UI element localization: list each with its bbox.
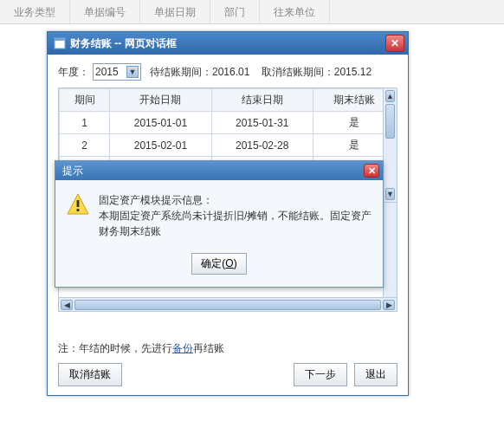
vertical-scrollbar-lower[interactable] [383, 203, 397, 297]
close-icon: ✕ [391, 37, 399, 49]
year-label: 年度： [58, 65, 89, 80]
scroll-thumb[interactable] [385, 104, 395, 139]
exit-button[interactable]: 退出 [354, 363, 397, 386]
dialog-titlebar: 财务结账 -- 网页对话框 ✕ [48, 32, 408, 55]
background-column-header: 业务类型 单据编号 单据日期 部门 往来单位 [0, 0, 504, 24]
col-start: 开始日期 [110, 89, 211, 112]
dialog-close-button[interactable]: ✕ [385, 35, 404, 52]
backup-link[interactable]: 备份 [172, 342, 193, 354]
alert-titlebar: 提示 ✕ [55, 161, 383, 180]
alert-ok-button[interactable]: 确定(O) [191, 253, 246, 275]
finance-closing-dialog: 财务结账 -- 网页对话框 ✕ 年度： 2015 ▼ 待结账期间：2016.01… [47, 31, 409, 396]
close-icon: ✕ [368, 165, 376, 177]
bg-tab: 单据编号 [70, 0, 140, 23]
bg-tab: 业务类型 [0, 0, 70, 23]
bg-tab: 往来单位 [260, 0, 330, 23]
horizontal-scrollbar[interactable]: ◀ ▶ [58, 298, 397, 312]
col-period: 期间 [60, 89, 110, 112]
cancel-period-value: 2015.12 [334, 66, 372, 78]
svg-rect-3 [77, 200, 80, 207]
bg-tab: 单据日期 [140, 0, 210, 23]
dialog-title: 财务结账 -- 网页对话框 [70, 36, 385, 51]
svg-rect-4 [77, 209, 80, 211]
svg-rect-1 [55, 38, 65, 41]
cancel-closing-button[interactable]: 取消结账 [58, 363, 122, 386]
warning-icon [66, 192, 90, 217]
footer-note: 注：年结的时候，先进行备份再结账 [58, 341, 397, 356]
year-value: 2015 [95, 66, 119, 78]
year-select[interactable]: 2015 ▼ [93, 63, 141, 81]
scroll-left-icon: ◀ [61, 300, 73, 310]
scroll-up-icon: ▲ [385, 90, 395, 102]
next-button[interactable]: 下一步 [294, 363, 347, 386]
pending-value: 2016.01 [212, 66, 249, 78]
alert-close-button[interactable]: ✕ [364, 164, 379, 178]
alert-title: 提示 [62, 164, 364, 178]
ie-page-icon [53, 36, 67, 50]
table-row[interactable]: 1 2015-01-01 2015-01-31 是 [60, 112, 397, 134]
vertical-scrollbar[interactable]: ▲ ▼ [383, 88, 397, 202]
bg-tab: 部门 [210, 0, 260, 23]
table-row[interactable]: 2 2015-02-01 2015-02-28 是 [60, 134, 397, 157]
scroll-down-icon: ▼ [385, 188, 395, 200]
alert-message: 固定资产模块提示信息： 本期固定资产系统尚未计提折旧/摊销，不能结账。固定资产财… [99, 192, 372, 239]
scroll-right-icon: ▶ [383, 300, 395, 310]
col-end: 结束日期 [211, 89, 313, 112]
cancel-period-label: 取消结账期间： [262, 66, 334, 78]
hscroll-thumb[interactable] [74, 300, 381, 310]
alert-dialog: 提示 ✕ 固定资产模块提示信息： 本期固定 [55, 160, 384, 288]
pending-label: 待结账期间： [150, 66, 212, 78]
chevron-down-icon: ▼ [126, 66, 139, 78]
